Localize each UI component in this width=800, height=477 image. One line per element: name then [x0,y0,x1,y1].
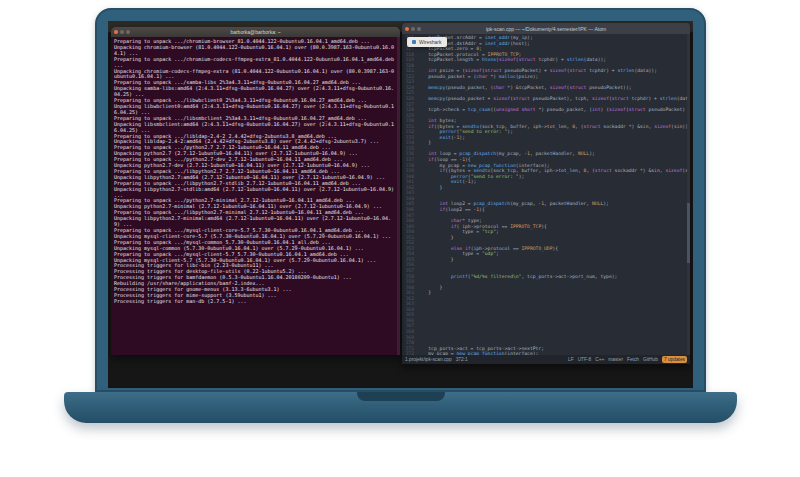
terminal-output[interactable]: Preparing to unpack .../chromium-browser… [111,37,400,355]
terminal-line: Preparing to unpack .../chromium-codecs-… [114,57,396,69]
status-item[interactable]: master [608,357,623,362]
popup-label: Wireshark [419,39,442,45]
page: ⇅ (34%) ◄ Pi o 8 11 16:39:29 barborka@ba… [0,0,800,477]
minimize-icon[interactable] [120,30,124,34]
code-line: memcpy(pseudo_packet + sizeof(struct pse… [417,96,690,102]
status-item[interactable]: LF [568,357,574,362]
maximize-icon[interactable] [126,30,130,34]
status-bar: 1.projekt/ipk-scan.cpp372:1 LFUTF-8C++ma… [402,355,690,364]
status-item[interactable]: Fetch [627,357,639,362]
status-item[interactable]: C++ [595,357,604,362]
close-icon[interactable] [114,30,118,34]
code-area[interactable]: tcpPacket.srcAddr = inet_addr(my_ip); tc… [417,34,690,355]
status-item[interactable]: GitHub [643,357,658,362]
atom-window: ipk-scan.cpp — ~/Dokumenty/4.semester/IP… [402,23,690,364]
updates-badge[interactable]: 7 updates [662,356,687,363]
close-icon[interactable] [405,27,409,31]
terminal-titlebar[interactable]: barborka@barborka: ~ [111,27,400,37]
code-line: tcph->check = tcp_csum((unsigned short *… [417,107,690,113]
laptop-base [64,392,737,423]
atom-titlebar[interactable]: ipk-scan.cpp — ~/Dokumenty/4.semester/IP… [402,23,690,34]
laptop-screen: ⇅ (34%) ◄ Pi o 8 11 16:39:29 barborka@ba… [108,21,693,388]
code-line: int psize = (sizeof(struct pseudoPacket)… [417,68,690,74]
terminal-scrollbar[interactable] [397,37,400,355]
status-item[interactable]: UTF-8 [578,357,592,362]
laptop-lid: ⇅ (34%) ◄ Pi o 8 11 16:39:29 barborka@ba… [95,8,706,392]
code-editor: 3153163173183193203213223233243253263273… [402,34,690,355]
terminal-window: barborka@barborka: ~ Preparing to unpack… [111,27,400,355]
app-icon [412,40,416,44]
laptop-notch [357,392,445,401]
editor-scrollbar-thumb[interactable] [687,203,690,263]
maximize-icon[interactable] [417,27,421,31]
terminal-line: Processing triggers for man-db (2.7.5-1)… [114,299,396,305]
terminal-line: Unpacking libsmbclient:amd64 (2:4.3.11+d… [114,122,396,134]
editor-popup[interactable]: Wireshark [407,37,447,47]
terminal-line: Unpacking chromium-browser (81.0.4044.12… [114,45,396,57]
status-item[interactable]: 372:1 [456,357,468,362]
status-right: LFUTF-8C++masterFetchGitHub7 updates [568,356,687,363]
terminal-title: barborka@barborka: ~ [111,29,400,35]
status-item[interactable]: 1.projekt/ipk-scan.cpp [405,357,452,362]
status-left: 1.projekt/ipk-scan.cpp372:1 [405,357,468,362]
line-numbers: 3153163173183193203213223233243253263273… [402,34,417,355]
terminal-line: Unpacking libwbclient0:amd64 (2:4.3.11+d… [114,104,396,116]
atom-title: ipk-scan.cpp — ~/Dokumenty/4.semester/IP… [402,26,690,32]
editor-scrollbar[interactable] [687,34,690,355]
minimize-icon[interactable] [411,27,415,31]
